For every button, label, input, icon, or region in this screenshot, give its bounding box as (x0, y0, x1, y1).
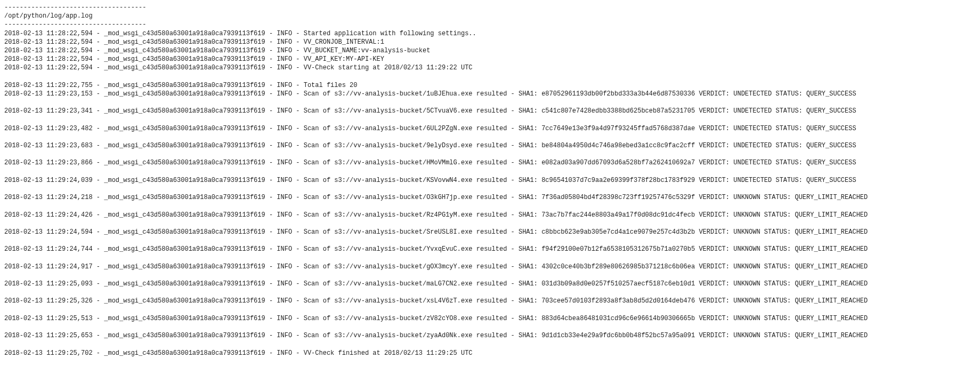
log-output: ------------------------------------- /o… (0, 0, 980, 361)
